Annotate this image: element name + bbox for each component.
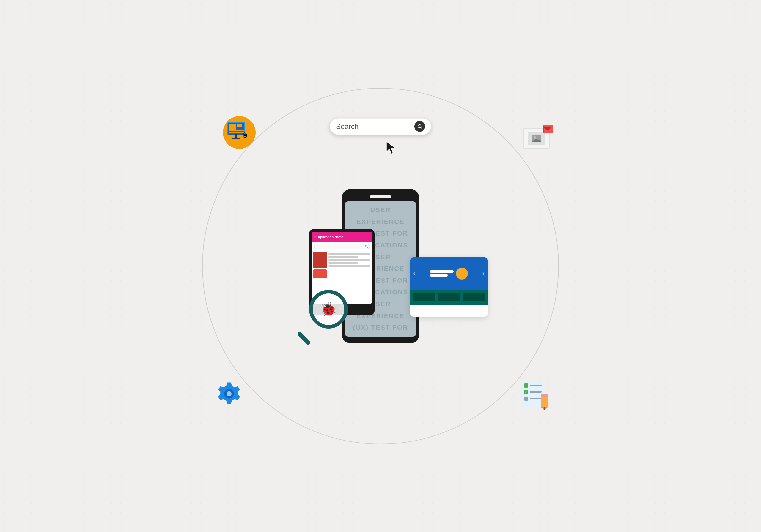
widget-button-2[interactable] <box>438 293 460 301</box>
magnifier: 🐞 <box>294 290 348 344</box>
check-box-1: ✓ <box>524 384 528 388</box>
widget-button-3[interactable] <box>463 293 485 301</box>
corner-icon-image-mail <box>523 124 553 153</box>
phone-notch <box>370 195 391 198</box>
svg-rect-13 <box>541 394 548 397</box>
corner-icon-checklist: ✓ ✓ <box>520 379 550 409</box>
image-mail-illustration <box>523 125 553 152</box>
corner-icon-gear <box>214 379 244 409</box>
search-bar[interactable]: Search <box>330 118 431 134</box>
monitor-cursor-icon: 🖱 <box>241 131 249 139</box>
tablet-text-line-3 <box>328 259 371 261</box>
gear-icon <box>215 380 243 408</box>
monitor-illustration: 🖱 <box>223 116 253 149</box>
check-box-3 <box>524 397 528 401</box>
tablet-text-line-1 <box>328 253 371 255</box>
mouse-cursor <box>386 141 398 157</box>
widget-line-2 <box>430 274 448 277</box>
widget-content <box>415 268 482 280</box>
image-frame-inner <box>528 132 546 145</box>
tablet-text-line-4 <box>328 262 358 264</box>
widget-card: ‹ › <box>410 257 488 317</box>
svg-point-4 <box>534 136 536 139</box>
widget-lines <box>430 270 454 277</box>
tablet-search-icon: 🔍 <box>365 245 368 248</box>
scene-container: USEREXPERIENCE(UX) TEST FORAPPLICATIONSU… <box>172 58 589 474</box>
widget-top: ‹ › <box>410 257 488 290</box>
monitor-block-2 <box>237 124 242 127</box>
check-box-2: ✓ <box>524 390 528 394</box>
pencil-icon <box>538 393 552 410</box>
mail-badge <box>543 125 553 133</box>
check-row-1: ✓ <box>524 384 542 388</box>
search-icon <box>414 121 425 132</box>
tablet-text-line-2 <box>328 256 358 258</box>
svg-rect-6 <box>543 125 553 133</box>
tablet-menu-icon: ≡ <box>314 235 316 239</box>
bug-icon: 🐞 <box>320 301 337 317</box>
tablet-title: Aplication Name <box>318 235 343 239</box>
widget-line-1 <box>430 270 454 273</box>
svg-point-10 <box>226 391 231 396</box>
widget-right-arrow[interactable]: › <box>483 270 485 278</box>
tablet-search-bar[interactable]: 🔍 <box>314 244 370 249</box>
widget-left-arrow[interactable]: ‹ <box>413 270 415 278</box>
monitor-base <box>232 138 240 139</box>
svg-marker-2 <box>386 141 395 154</box>
widget-sun-icon <box>456 268 468 280</box>
tablet-text-line-5 <box>328 265 371 267</box>
tablet-header: ≡ Aplication Name <box>312 232 372 242</box>
svg-line-1 <box>421 128 422 129</box>
search-bar-text: Search <box>336 122 414 131</box>
widget-bottom <box>410 290 488 305</box>
magnifier-glass: 🐞 <box>309 290 348 329</box>
tablet-image-block-1 <box>313 252 327 268</box>
tablet-image-block-2 <box>313 269 327 278</box>
corner-icon-monitor: 🖱 <box>223 118 253 147</box>
monitor-block-1 <box>229 124 236 130</box>
widget-button-1[interactable] <box>413 293 435 301</box>
checklist-illustration: ✓ ✓ <box>520 379 550 409</box>
check-line-1 <box>530 385 542 386</box>
